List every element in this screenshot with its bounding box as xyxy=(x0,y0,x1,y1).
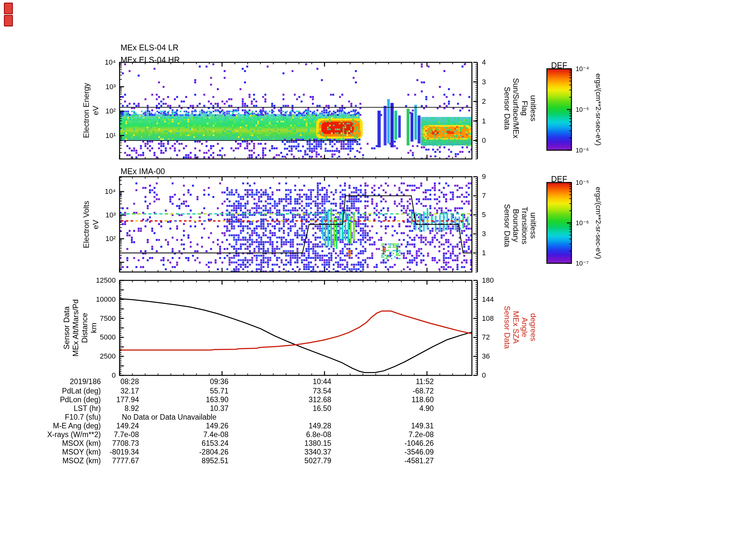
rlabel-els: unitlessFlagSun/Surface/MExSensor Data xyxy=(503,78,538,139)
table-value: 149.24 xyxy=(116,421,139,430)
rlabel-ima-line: Boundary xyxy=(512,204,520,247)
table-value: 8.92 xyxy=(124,404,139,413)
ylabel-ima-line: eV xyxy=(91,201,100,248)
colorbar-tick-label: 10⁻⁵ xyxy=(576,179,589,187)
ytick-label-els: 10⁴ xyxy=(105,58,116,66)
rlabel-ima-line: unitless xyxy=(529,204,538,247)
table-value: 7.2e-08 xyxy=(409,430,434,439)
ylabel-traj-line: MEx Alt/Mars/Pd xyxy=(71,299,80,356)
table-value: 8952.51 xyxy=(202,456,229,465)
ylabel-traj: Sensor DataMEx Alt/Mars/PdDistancekm xyxy=(62,299,98,356)
ylabel-ima-line: Electron Volts xyxy=(81,201,91,248)
rlabel-els-line: Flag xyxy=(520,78,529,139)
broken-image-icon xyxy=(4,3,13,14)
table-value: 1380.15 xyxy=(305,439,331,448)
table-value: 55.71 xyxy=(210,387,229,395)
rtick-label-els: 3 xyxy=(482,78,486,86)
ylabel-traj-line: Distance xyxy=(80,299,89,356)
table-value: 10.37 xyxy=(210,404,229,413)
rtick-label-traj: 72 xyxy=(482,333,490,342)
table-row-label: PdLon (deg) xyxy=(60,395,101,404)
ytick-label-traj: 7500 xyxy=(100,314,116,323)
table-value: 6.8e-08 xyxy=(306,430,331,439)
table-row-label: MSOZ (km) xyxy=(62,456,101,465)
rtick-label-els: 2 xyxy=(482,97,486,106)
rlabel-traj-line: Sensor Data xyxy=(503,306,512,348)
table-value: 6153.24 xyxy=(202,439,229,448)
ylabel-traj-line: km xyxy=(89,299,98,356)
mex-orbit-summary-figure: MEx ELS-04 LR MEx ELS-04 HR MEx IMA-00 D… xyxy=(0,0,756,534)
ytick-label-ima: 10⁴ xyxy=(105,187,116,196)
time-tick-label: 08:28 xyxy=(120,377,139,386)
table-value: 73.54 xyxy=(312,387,331,395)
table-value: 5027.79 xyxy=(305,456,331,465)
ytick-label-traj: 10000 xyxy=(96,295,116,304)
rlabel-els-line: unitless xyxy=(529,78,538,139)
ylabel-els: Electron EnergyeV xyxy=(81,83,100,138)
colorbar-units-1-line: ergs/(cm**2-sr-sec-eV) xyxy=(594,73,602,146)
table-value: 7.7e-08 xyxy=(114,430,139,439)
table-value: 16.50 xyxy=(312,404,331,413)
time-tick-label: 11:52 xyxy=(416,377,434,386)
rlabel-traj-line: MEx SZA xyxy=(512,306,520,348)
table-row-label: X-rays (W/m**2) xyxy=(47,430,101,439)
colorbar-title-1: DEF xyxy=(551,61,567,70)
table-value: 163.90 xyxy=(206,395,229,404)
colorbar-tick-label: 10⁻⁶ xyxy=(576,219,589,227)
table-value: -3546.09 xyxy=(404,448,434,456)
ytick-label-traj: 12500 xyxy=(96,276,116,285)
table-value: 3340.37 xyxy=(305,448,331,456)
rlabel-ima-line: Transitions xyxy=(520,204,529,247)
table-row-label: F10.7 (sfu) xyxy=(65,413,101,421)
colorbar-units-2-line: ergs/(cm**2-sr-sec-eV) xyxy=(594,187,602,259)
rlabel-traj: degreesAngleMEx SZASensor Data xyxy=(503,306,538,348)
panel-title-ima: MEx IMA-00 xyxy=(121,167,165,176)
rtick-label-ima: 7 xyxy=(482,191,486,200)
ytick-label-els: 10³ xyxy=(105,83,116,91)
rlabel-traj-line: Angle xyxy=(520,306,529,348)
table-row-label: MSOY (km) xyxy=(62,448,101,456)
rtick-label-traj: 144 xyxy=(482,295,494,304)
panel-title-els-hr: MEx ELS-04 HR xyxy=(121,55,180,64)
table-row-label: M-E Ang (deg) xyxy=(53,421,101,430)
ytick-label-els: 10² xyxy=(105,107,116,115)
table-value: 7777.67 xyxy=(112,456,139,465)
ytick-label-traj: 0 xyxy=(112,371,116,380)
ytick-label-ima: 10³ xyxy=(105,211,116,219)
colorbar-units-1: ergs/(cm**2-sr-sec-eV) xyxy=(594,73,602,146)
colorbar-title-2: DEF xyxy=(551,174,567,184)
table-value: 7.4e-08 xyxy=(203,430,229,439)
table-row-label: PdLat (deg) xyxy=(62,387,101,395)
time-tick-label: 10:44 xyxy=(312,377,331,386)
table-value: 149.31 xyxy=(411,421,434,430)
table-value: 177.94 xyxy=(116,395,139,404)
date-label: 2019/186 xyxy=(70,377,101,386)
time-tick-label: 09:36 xyxy=(210,377,229,386)
ytick-label-els: 10¹ xyxy=(105,132,116,140)
ylabel-els-line: eV xyxy=(91,83,100,138)
table-value: 118.60 xyxy=(412,395,434,404)
rtick-label-ima: 1 xyxy=(482,249,486,257)
table-value: 312.68 xyxy=(309,395,331,404)
rlabel-els-line: Sensor Data xyxy=(503,78,512,139)
colorbar-units-2: ergs/(cm**2-sr-sec-eV) xyxy=(594,187,602,259)
table-value: -68.72 xyxy=(413,387,434,395)
broken-image-icon xyxy=(4,15,13,27)
table-value: 149.26 xyxy=(206,421,229,430)
table-value: -8019.34 xyxy=(110,448,139,456)
rlabel-ima: unitlessTransitionsBoundarySensor Data xyxy=(503,204,538,247)
table-value: -2804.26 xyxy=(199,448,229,456)
rlabel-traj-line: degrees xyxy=(529,306,538,348)
table-value: 32.17 xyxy=(120,387,139,395)
ytick-label-traj: 2500 xyxy=(100,352,116,361)
rtick-label-ima: 3 xyxy=(482,230,486,238)
rtick-label-traj: 108 xyxy=(482,314,494,323)
rtick-label-els: 0 xyxy=(482,136,486,145)
ylabel-ima: Electron VoltseV xyxy=(81,201,100,248)
table-value: -4581.27 xyxy=(404,456,434,465)
table-row-label: LST (hr) xyxy=(74,404,101,413)
rtick-label-els: 4 xyxy=(482,58,486,66)
colorbar-tick-label: 10⁻⁵ xyxy=(576,106,589,114)
table-row-label: MSOX (km) xyxy=(62,439,101,448)
colorbar-tick-label: 10⁻⁶ xyxy=(576,146,589,154)
